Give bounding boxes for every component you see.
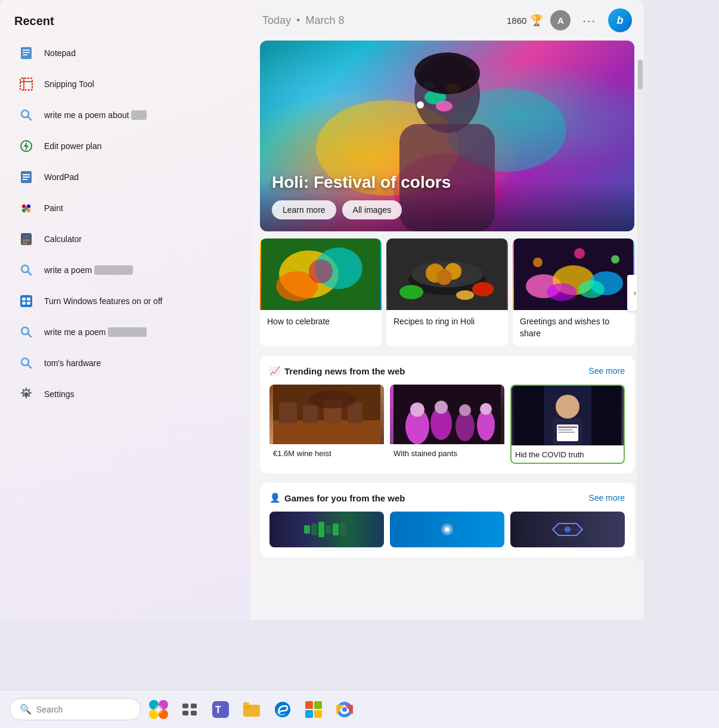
trophy-icon: 🏆 [530, 14, 543, 27]
more-options-button[interactable]: ··· [578, 11, 601, 30]
header: Today • March 8 1860 🏆 A ··· b [250, 0, 644, 41]
hero-overlay: Holi: Festival of colors Learn more All … [260, 159, 634, 231]
game-card-3[interactable] [510, 512, 625, 547]
recent-item-icon-4 [17, 168, 36, 187]
card-label-2: Greetings and wishes to share [513, 310, 634, 346]
recent-item-icon-8 [17, 292, 36, 311]
games-see-more[interactable]: See more [588, 493, 625, 503]
svg-rect-4 [20, 78, 32, 90]
chrome-icon[interactable] [331, 696, 358, 723]
topic-cards: How to celebrate [260, 238, 634, 346]
recent-item-label-4: WordPad [44, 172, 79, 182]
games-title-text: Games for you from the web [284, 493, 405, 503]
news-label-0: €1.6M wine heist [269, 444, 384, 461]
virtual-desktop-icon[interactable] [176, 696, 203, 723]
card-how-to-celebrate[interactable]: How to celebrate [260, 238, 382, 346]
svg-line-8 [27, 116, 31, 120]
svg-point-70 [578, 280, 605, 298]
recent-item-8[interactable]: Turn Windows features on or off [10, 286, 241, 317]
edge-icon[interactable] [269, 696, 296, 723]
avatar[interactable]: A [550, 10, 571, 30]
taskbar-search[interactable]: 🔍 [10, 698, 141, 720]
all-images-button[interactable]: All images [342, 200, 402, 219]
news-grid: €1.6M wine heist [269, 385, 625, 464]
trending-title: 📈 Trending news from the web [269, 365, 405, 376]
svg-rect-2 [23, 52, 30, 53]
recent-item-2[interactable]: write me a poem aboutholi [10, 100, 241, 131]
svg-rect-32 [27, 298, 30, 301]
today-label: Today [262, 14, 291, 26]
date-dot: • [296, 14, 300, 26]
svg-rect-99 [304, 525, 310, 534]
learn-more-button[interactable]: Learn more [272, 200, 336, 219]
widget-panel: Recent NotepadSnipping Toolwrite me a po… [0, 0, 644, 620]
svg-point-61 [436, 269, 452, 285]
game-card-1[interactable] [269, 512, 384, 547]
svg-rect-101 [318, 522, 324, 537]
recent-item-label-7: write a poemabout holi [44, 265, 133, 275]
svg-rect-128 [305, 701, 313, 709]
file-explorer-icon[interactable] [238, 696, 265, 723]
teams-icon[interactable]: T [207, 696, 234, 723]
svg-rect-104 [340, 522, 346, 537]
scrollbar-track[interactable] [637, 60, 644, 560]
recent-item-6[interactable]: Calculator [10, 224, 241, 255]
news-card-covid[interactable]: Hid the COVID truth [510, 385, 625, 464]
recent-item-9[interactable]: write me a poemabout holi [10, 317, 241, 348]
svg-point-63 [472, 282, 494, 296]
hero-buttons: Learn more All images [272, 200, 622, 219]
hero-section[interactable]: Holi: Festival of colors Learn more All … [260, 41, 634, 231]
svg-rect-120 [182, 711, 188, 715]
recent-item-0[interactable]: Notepad [10, 38, 241, 69]
trending-see-more[interactable]: See more [588, 366, 625, 376]
svg-rect-3 [23, 54, 27, 55]
svg-rect-119 [191, 704, 197, 708]
svg-rect-1 [23, 49, 30, 51]
svg-point-87 [435, 401, 448, 414]
trending-section: 📈 Trending news from the web See more [260, 356, 634, 473]
card-recipes[interactable]: Recipes to ring in Holi [386, 238, 508, 346]
svg-rect-77 [303, 405, 318, 423]
svg-point-108 [445, 528, 449, 531]
recent-item-icon-7 [17, 261, 36, 280]
right-panel[interactable]: Today • March 8 1860 🏆 A ··· b [250, 0, 644, 620]
recent-item-icon-1 [17, 75, 36, 94]
search-icon: 🔍 [20, 704, 32, 715]
news-card-pants[interactable]: With stained pants [390, 385, 504, 464]
recent-item-10[interactable]: tom's hardware [10, 348, 241, 379]
recent-title: Recent [10, 14, 241, 28]
microsoft-store-icon[interactable] [300, 696, 327, 723]
holi-icon[interactable] [145, 696, 172, 723]
svg-point-49 [417, 101, 424, 109]
bing-button[interactable]: b [608, 8, 632, 32]
recent-item-5[interactable]: Paint [10, 193, 241, 224]
svg-rect-76 [279, 402, 297, 423]
svg-point-55 [309, 259, 333, 283]
svg-rect-75 [273, 420, 380, 444]
recent-item-icon-3 [17, 137, 36, 156]
svg-rect-21 [23, 235, 30, 238]
recent-item-7[interactable]: write a poemabout holi [10, 255, 241, 286]
svg-rect-100 [311, 523, 317, 535]
svg-point-73 [574, 248, 585, 259]
svg-point-25 [23, 242, 25, 244]
recent-item-3[interactable]: Edit power plan [10, 131, 241, 162]
svg-rect-97 [558, 432, 575, 433]
svg-rect-31 [22, 298, 26, 301]
recent-item-4[interactable]: WordPad [10, 162, 241, 193]
games-title: 👤 Games for you from the web [269, 492, 405, 503]
left-panel: Recent NotepadSnipping Toolwrite me a po… [0, 0, 250, 620]
news-card-wine[interactable]: €1.6M wine heist [269, 385, 384, 464]
svg-point-135 [342, 707, 347, 712]
svg-point-88 [459, 404, 471, 416]
header-points: 1860 🏆 [507, 14, 543, 27]
scrollbar-thumb[interactable] [638, 60, 643, 89]
recent-item-label-5: Paint [44, 203, 63, 213]
recent-item-1[interactable]: Snipping Tool [10, 69, 241, 100]
game-card-2[interactable] [390, 512, 504, 547]
recent-item-11[interactable]: Settings [10, 379, 241, 410]
card-greetings[interactable]: Greetings and wishes to share [513, 238, 634, 346]
points-value: 1860 [507, 16, 526, 26]
card-img-greetings [513, 238, 634, 310]
search-input[interactable] [36, 705, 120, 714]
